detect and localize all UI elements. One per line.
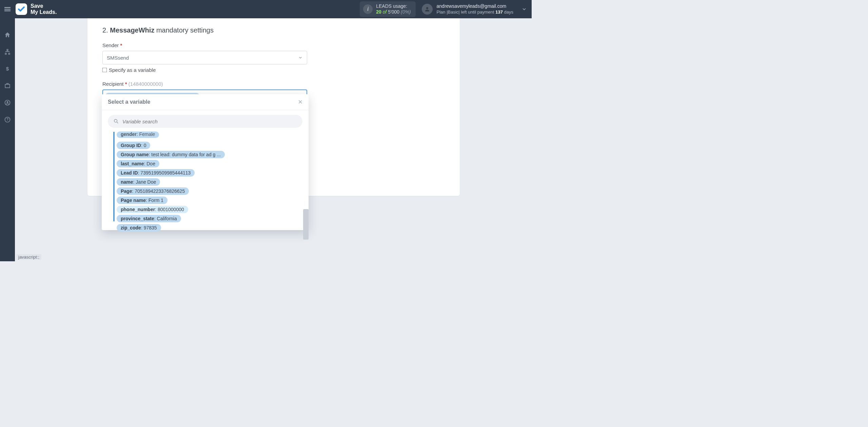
- svg-point-0: [426, 7, 428, 9]
- variable-option[interactable]: Lead ID: 7395199509985444113: [117, 169, 300, 177]
- step-name: MessageWhiz: [110, 26, 154, 34]
- user-text: andrewsavemyleads@gmail.com Plan |Basic|…: [437, 3, 513, 15]
- dollar-icon: $: [4, 65, 11, 72]
- app-header: Save My Leads. i LEADS usage: 20 of 5'00…: [0, 0, 532, 18]
- svg-text:$: $: [6, 66, 9, 72]
- variable-dropdown: Select a variable × gender: Female Group…: [102, 94, 309, 230]
- user-menu-toggle[interactable]: [517, 6, 532, 12]
- required-asterisk: *: [120, 42, 122, 48]
- dropdown-scrollbar[interactable]: [303, 209, 309, 240]
- brand-line1: Save: [31, 3, 57, 9]
- leads-usage-label: LEADS usage:: [376, 3, 411, 9]
- plan-name: Basic: [448, 9, 459, 15]
- variable-option[interactable]: Page name: Form 1: [117, 197, 300, 204]
- dropdown-close-button[interactable]: ×: [298, 98, 302, 106]
- step-num: 2.: [102, 26, 110, 34]
- leads-used: 20: [376, 9, 381, 15]
- sidebar-item-connections[interactable]: [0, 45, 15, 58]
- variable-option[interactable]: Group name: test lead: dummy data for ad…: [117, 151, 300, 158]
- specify-variable-row[interactable]: Specify as a variable: [102, 67, 445, 73]
- briefcase-icon: [4, 82, 11, 89]
- user-menu[interactable]: andrewsavemyleads@gmail.com Plan |Basic|…: [422, 3, 517, 15]
- sender-label: Sender *: [102, 42, 445, 48]
- variable-option[interactable]: last_name: Doe: [117, 160, 300, 167]
- user-circle-icon: [4, 99, 11, 106]
- leads-of: of: [381, 9, 388, 15]
- menu-toggle-button[interactable]: [0, 0, 15, 18]
- variable-option[interactable]: province_state: California: [117, 215, 300, 222]
- variable-option[interactable]: phone_number: 8001000000: [117, 206, 300, 213]
- dropdown-header: Select a variable ×: [102, 94, 309, 110]
- svg-text:?: ?: [6, 118, 8, 121]
- recipient-label: Recipient: [102, 81, 124, 87]
- step-title: 2. MessageWhiz mandatory settings: [102, 26, 445, 34]
- dropdown-title: Select a variable: [108, 99, 150, 105]
- check-icon: [17, 5, 25, 13]
- brand-logo[interactable]: [16, 3, 27, 15]
- sidebar-item-briefcase[interactable]: [0, 79, 15, 92]
- search-icon: [113, 118, 119, 124]
- sidebar-item-help[interactable]: ?: [0, 113, 15, 126]
- svg-point-3: [7, 101, 8, 103]
- variable-option[interactable]: Page: 7051894223376826625: [117, 187, 300, 195]
- sitemap-icon: [4, 48, 11, 55]
- user-icon: [424, 6, 430, 12]
- variable-search[interactable]: [108, 115, 302, 128]
- plan-mid: | left until payment: [458, 9, 495, 15]
- sidebar-item-account[interactable]: [0, 96, 15, 109]
- chevron-down-icon: [298, 55, 303, 60]
- main-canvas: 2. MessageWhiz mandatory settings Sender…: [15, 18, 532, 261]
- required-asterisk: *: [125, 81, 127, 87]
- variable-option[interactable]: zip_code: 97835: [117, 224, 300, 231]
- variable-option[interactable]: name: Jane Doe: [117, 178, 300, 186]
- question-icon: ?: [4, 116, 11, 123]
- group-indicator: [113, 132, 115, 221]
- status-bar-link: javascript:;: [16, 254, 41, 260]
- leads-usage-text: LEADS usage: 20 of 5'000 (0%): [376, 3, 411, 15]
- sender-select[interactable]: SMSsend: [102, 51, 307, 64]
- sender-value: SMSsend: [107, 55, 129, 61]
- brand-line2: My Leads.: [31, 9, 57, 15]
- step-tail: mandatory settings: [154, 26, 214, 34]
- home-icon: [4, 32, 11, 38]
- leads-pct: (0%): [401, 9, 411, 15]
- plan-suffix: days: [503, 9, 513, 15]
- variable-option[interactable]: Group ID: 0: [117, 142, 300, 149]
- specify-variable-label: Specify as a variable: [109, 67, 156, 73]
- chevron-down-icon: [521, 6, 527, 12]
- svg-point-6: [114, 119, 117, 122]
- user-email: andrewsavemyleads@gmail.com: [437, 3, 513, 9]
- sidebar: $ ?: [0, 18, 15, 261]
- recipient-hint: (14840000000): [129, 81, 163, 87]
- plan-days: 137: [495, 9, 503, 15]
- hamburger-icon: [3, 5, 12, 13]
- sidebar-item-home[interactable]: [0, 28, 15, 41]
- avatar: [422, 4, 433, 15]
- variable-option-truncated[interactable]: gender: Female: [117, 133, 300, 140]
- specify-variable-checkbox[interactable]: [102, 68, 107, 73]
- plan-prefix: Plan |: [437, 9, 448, 15]
- recipient-label-row: Recipient * (14840000000): [102, 81, 445, 87]
- info-icon: i: [363, 4, 373, 14]
- leads-usage-box[interactable]: i LEADS usage: 20 of 5'000 (0%): [360, 1, 415, 17]
- leads-limit: 5'000: [388, 9, 399, 15]
- sidebar-item-billing[interactable]: $: [0, 62, 15, 75]
- variable-list: gender: Female Group ID: 0Group name: te…: [102, 132, 309, 241]
- brand-title: Save My Leads.: [31, 3, 57, 15]
- variable-search-input[interactable]: [122, 119, 297, 124]
